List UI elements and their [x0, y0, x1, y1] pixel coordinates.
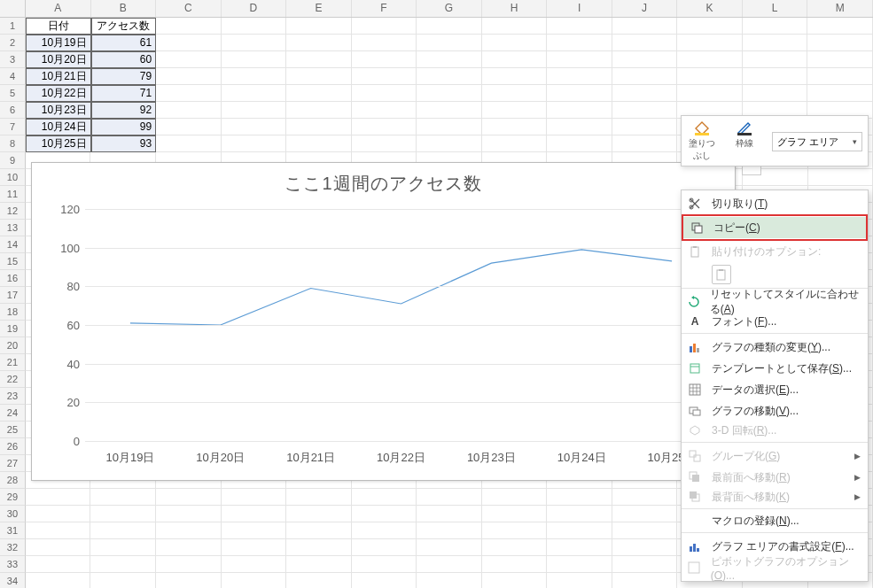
- cell-F5[interactable]: [352, 85, 417, 102]
- cell-H2[interactable]: [482, 35, 548, 51]
- cell-D31[interactable]: [222, 522, 287, 539]
- cell-J2[interactable]: [612, 35, 678, 51]
- cell-I1[interactable]: [547, 18, 612, 35]
- cell-M5[interactable]: [807, 85, 873, 102]
- cell-J3[interactable]: [612, 51, 678, 68]
- cell-A4[interactable]: 10月21日: [26, 68, 91, 85]
- cell-B7[interactable]: 99: [91, 119, 157, 135]
- cell-A31[interactable]: [26, 522, 91, 539]
- cell-D34[interactable]: [222, 573, 287, 588]
- row-header-6[interactable]: 6: [0, 102, 26, 119]
- cell-G29[interactable]: [417, 489, 482, 506]
- cell-B6[interactable]: 92: [91, 102, 157, 119]
- cell-J7[interactable]: [612, 119, 678, 135]
- cell-C30[interactable]: [156, 506, 222, 522]
- cell-K5[interactable]: [677, 85, 743, 102]
- cell-C2[interactable]: [156, 35, 222, 51]
- cell-I31[interactable]: [547, 522, 612, 539]
- row-header-34[interactable]: 34: [0, 573, 26, 588]
- cell-F7[interactable]: [352, 119, 417, 135]
- cell-E34[interactable]: [286, 573, 352, 588]
- cell-H5[interactable]: [482, 85, 548, 102]
- row-header-12[interactable]: 12: [0, 203, 26, 220]
- row-header-33[interactable]: 33: [0, 556, 26, 573]
- cell-G7[interactable]: [417, 119, 482, 135]
- cell-D5[interactable]: [222, 85, 287, 102]
- column-header-J[interactable]: J: [612, 0, 678, 17]
- select-all-corner[interactable]: [0, 0, 26, 17]
- cell-A1[interactable]: 日付: [26, 18, 91, 35]
- cell-E7[interactable]: [286, 119, 352, 135]
- cell-I5[interactable]: [547, 85, 612, 102]
- row-header-32[interactable]: 32: [0, 539, 26, 556]
- cell-I8[interactable]: [547, 135, 612, 152]
- cell-D4[interactable]: [222, 68, 287, 85]
- row-header-19[interactable]: 19: [0, 321, 26, 337]
- cell-C4[interactable]: [156, 68, 222, 85]
- cell-M3[interactable]: [807, 51, 873, 68]
- row-header-15[interactable]: 15: [0, 253, 26, 270]
- cell-A33[interactable]: [26, 556, 91, 573]
- cell-K3[interactable]: [677, 51, 743, 68]
- cell-K2[interactable]: [677, 35, 743, 51]
- cell-L3[interactable]: [743, 51, 808, 68]
- menu-assign-macro[interactable]: マクロの登録(N)...: [682, 512, 868, 533]
- cell-E33[interactable]: [286, 556, 352, 573]
- cell-K1[interactable]: [677, 18, 743, 35]
- cell-E3[interactable]: [286, 51, 352, 68]
- cell-G5[interactable]: [417, 85, 482, 102]
- cell-H1[interactable]: [482, 18, 548, 35]
- chart-context-menu[interactable]: 切り取り(T) コピー(C) 貼り付けのオプション: リセットしてスタイルに合わ…: [681, 190, 869, 582]
- cell-J8[interactable]: [612, 135, 678, 152]
- cell-A5[interactable]: 10月22日: [26, 85, 91, 102]
- cell-A29[interactable]: [26, 489, 91, 506]
- cell-G34[interactable]: [417, 573, 482, 588]
- cell-J30[interactable]: [612, 506, 678, 522]
- cell-C29[interactable]: [156, 489, 222, 506]
- cell-D6[interactable]: [222, 102, 287, 119]
- cell-D2[interactable]: [222, 35, 287, 51]
- row-header-31[interactable]: 31: [0, 522, 26, 539]
- cell-E6[interactable]: [286, 102, 352, 119]
- cell-C5[interactable]: [156, 85, 222, 102]
- cell-E32[interactable]: [286, 539, 352, 556]
- row-header-9[interactable]: 9: [0, 152, 26, 169]
- cell-A32[interactable]: [26, 539, 91, 556]
- cell-F2[interactable]: [352, 35, 417, 51]
- row-header-8[interactable]: 8: [0, 135, 26, 152]
- cell-B8[interactable]: 93: [91, 135, 157, 152]
- column-header-I[interactable]: I: [547, 0, 612, 17]
- menu-move-chart[interactable]: グラフの移動(V)...: [682, 400, 868, 422]
- outline-tool[interactable]: 枠線: [729, 120, 760, 150]
- row-header-23[interactable]: 23: [0, 388, 26, 405]
- cell-D29[interactable]: [222, 489, 287, 506]
- row-header-24[interactable]: 24: [0, 405, 26, 422]
- menu-change-chart-type[interactable]: グラフの種類の変更(Y)...: [682, 337, 868, 358]
- cell-B4[interactable]: 79: [91, 68, 157, 85]
- cell-I6[interactable]: [547, 102, 612, 119]
- cell-A2[interactable]: 10月19日: [26, 35, 91, 51]
- row-header-27[interactable]: 27: [0, 455, 26, 472]
- cell-F1[interactable]: [352, 18, 417, 35]
- cell-I3[interactable]: [547, 51, 612, 68]
- cell-H3[interactable]: [482, 51, 548, 68]
- cell-B5[interactable]: 71: [91, 85, 157, 102]
- row-header-2[interactable]: 2: [0, 35, 26, 51]
- cell-H31[interactable]: [482, 522, 548, 539]
- cell-G3[interactable]: [417, 51, 482, 68]
- cell-H30[interactable]: [482, 506, 548, 522]
- cell-H8[interactable]: [482, 135, 548, 152]
- menu-select-data[interactable]: データの選択(E)...: [682, 379, 868, 400]
- cell-F34[interactable]: [352, 573, 417, 588]
- cell-I30[interactable]: [547, 506, 612, 522]
- cell-F29[interactable]: [352, 489, 417, 506]
- cell-A8[interactable]: 10月25日: [26, 135, 91, 152]
- cell-H32[interactable]: [482, 539, 548, 556]
- column-header-E[interactable]: E: [286, 0, 352, 17]
- column-header-B[interactable]: B: [91, 0, 157, 17]
- cell-J34[interactable]: [612, 573, 678, 588]
- cell-C7[interactable]: [156, 119, 222, 135]
- cell-A6[interactable]: 10月23日: [26, 102, 91, 119]
- cell-B1[interactable]: アクセス数: [91, 18, 157, 35]
- column-header-G[interactable]: G: [417, 0, 482, 17]
